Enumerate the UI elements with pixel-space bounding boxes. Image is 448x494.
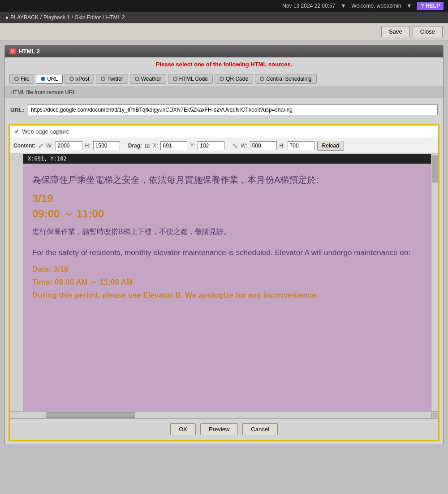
time-en: Time: 09:00 AM ～ 11:00 AM — [32, 276, 422, 289]
tab-weather[interactable]: Weather — [130, 74, 166, 84]
tab-radio-xpost — [69, 77, 74, 81]
w2-label: W: — [241, 143, 247, 149]
url-row: URL: — [5, 98, 443, 121]
breadcrumb: ● PLAYBACK / Playback 1 / Skin Editor / … — [0, 12, 448, 23]
y-label: Y: — [190, 143, 195, 149]
main-panel: H HTML 2 Please select one of the follow… — [4, 45, 444, 444]
tab-radio-url — [41, 77, 45, 81]
preview-area: ✓ Web page capture Content: ⤢ W: H: Drag… — [9, 124, 439, 441]
tab-radio-file — [14, 77, 19, 81]
tab-label-centralscheduling: Central Scheduling — [266, 76, 311, 82]
x-input[interactable] — [160, 141, 187, 150]
corner-resize-icon: ⊡ — [431, 412, 438, 418]
url-label: URL: — [10, 107, 24, 113]
scroll-corner: ⊡ — [431, 411, 438, 418]
date-en: Date: 3/19 — [32, 263, 422, 276]
tab-radio-qrcode — [220, 77, 224, 81]
output-width-input[interactable] — [250, 141, 277, 150]
tab-file[interactable]: File — [9, 74, 34, 84]
height-input[interactable] — [93, 141, 120, 150]
preview-button[interactable]: Preview — [200, 423, 238, 435]
resize-icon: ⤢ — [38, 142, 43, 149]
tab-radio-htmlcode — [173, 77, 177, 81]
tab-label-file: File — [21, 76, 29, 82]
reload-button[interactable]: Reload — [317, 141, 344, 151]
tab-radio-twitter — [101, 77, 105, 81]
vertical-scrollbar-thumb[interactable] — [432, 156, 438, 182]
time-zh: 09:00 ～ 11:00 — [32, 207, 422, 221]
source-prompt: Please select one of the following HTML … — [10, 61, 438, 68]
content-frame: X:691, Y:102 為保障住戶乘坐電梯之安全，依法每月實施保養作業，本月份… — [23, 154, 431, 411]
top-bar: Nov 13 2024 22:00:57 ▼ Welcome, webadmin… — [0, 0, 448, 12]
welcome-label: Welcome, webadmin — [351, 3, 401, 9]
breadcrumb-playback1[interactable]: Playback 1 — [43, 14, 70, 21]
tab-centralscheduling[interactable]: Central Scheduling — [255, 74, 316, 84]
horizontal-scrollbar[interactable] — [10, 411, 431, 418]
content-controls: Content: ⤢ W: H: Drag: ⊞ X: Y: ⤡ W: H: R… — [10, 138, 438, 154]
w-label: W: — [46, 143, 52, 149]
panel-title: HTML 2 — [19, 48, 40, 55]
english-main: For the safety of residents, monthly ele… — [32, 247, 422, 260]
help-button[interactable]: ? HELP — [417, 2, 444, 10]
ruler-left — [10, 154, 23, 418]
breadcrumb-playback[interactable]: PLAYBACK — [10, 14, 38, 21]
note-zh: 進行保養作業，請暫時改搭B梯上下樓，不便之處，敬請見諒。 — [32, 225, 422, 238]
source-select-bar: Please select one of the following HTML … — [5, 57, 443, 73]
h-label: H: — [85, 143, 90, 149]
y-input[interactable] — [198, 141, 224, 150]
save-button[interactable]: Save — [381, 26, 410, 37]
tab-url[interactable]: URL — [36, 74, 63, 84]
url-input[interactable] — [28, 104, 438, 115]
toolbar: Save Close — [0, 23, 448, 40]
check-icon: ✓ — [14, 128, 19, 135]
horizontal-scrollbar-thumb[interactable] — [46, 412, 135, 418]
output-icon: ⤡ — [233, 142, 238, 149]
output-height-input[interactable] — [288, 141, 314, 150]
width-input[interactable] — [56, 141, 82, 150]
tab-label-url: URL — [47, 76, 58, 82]
drag-label: Drag: — [128, 143, 142, 149]
drag-position-header: X:691, Y:102 — [23, 154, 431, 164]
content-label: Content: — [13, 143, 35, 149]
content-box: 為保障住戶乘坐電梯之安全，依法每月實施保養作業，本月份A梯預定於: 3/19 0… — [23, 164, 431, 411]
breadcrumb-skineditor[interactable]: Skin Editor — [75, 14, 101, 21]
tab-label-xpost: xPost — [76, 76, 89, 82]
tab-twitter[interactable]: Twitter — [96, 74, 128, 84]
tabs-row: File URL xPost Twitter Weather HTML Code… — [5, 73, 443, 87]
breadcrumb-html2: HTML 2 — [106, 14, 125, 21]
tab-htmlcode[interactable]: HTML Code — [168, 74, 213, 84]
ok-button[interactable]: OK — [170, 423, 196, 435]
breadcrumb-dot: ● — [5, 14, 9, 21]
note-en: During this period, please use Elevator … — [32, 289, 422, 302]
bottom-actions: OK Preview Cancel — [10, 418, 438, 440]
section-label: HTML file from remote URL — [5, 87, 443, 98]
cancel-button[interactable]: Cancel — [242, 423, 277, 435]
tab-radio-centralscheduling — [260, 77, 264, 81]
prompt-suffix: . — [291, 61, 293, 68]
h2-label: H: — [280, 143, 285, 149]
x-label: X: — [153, 143, 158, 149]
datetime-arrow[interactable]: ▼ — [340, 3, 346, 9]
prompt-prefix: Please select one of the following — [156, 61, 251, 68]
welcome-arrow[interactable]: ▼ — [406, 3, 412, 9]
tab-label-weather: Weather — [141, 76, 161, 82]
tab-label-htmlcode: HTML Code — [179, 76, 208, 82]
webcapture-label[interactable]: Web page capture — [22, 128, 69, 135]
prompt-highlight: HTML sources — [250, 61, 290, 68]
panel-icon: H — [9, 48, 16, 54]
close-button[interactable]: Close — [413, 26, 443, 37]
webcapture-checkbox-row: ✓ Web page capture — [10, 126, 438, 138]
drag-icon: ⊞ — [145, 142, 150, 149]
tab-label-qrcode: QR Code — [226, 76, 248, 82]
viewport-container: X:691, Y:102 為保障住戶乘坐電梯之安全，依法每月實施保養作業，本月份… — [10, 154, 438, 418]
vertical-scrollbar[interactable] — [431, 154, 438, 418]
date-zh: 3/19 — [32, 192, 422, 205]
datetime-display: Nov 13 2024 22:00:57 — [282, 3, 335, 9]
chinese-main-text: 為保障住戶乘坐電梯之安全，依法每月實施保養作業，本月份A梯預定於: — [32, 173, 422, 187]
tab-xpost[interactable]: xPost — [65, 74, 94, 84]
tab-label-twitter: Twitter — [107, 76, 123, 82]
tab-qrcode[interactable]: QR Code — [215, 74, 253, 84]
tab-radio-weather — [135, 77, 139, 81]
panel-header: H HTML 2 — [5, 45, 443, 57]
